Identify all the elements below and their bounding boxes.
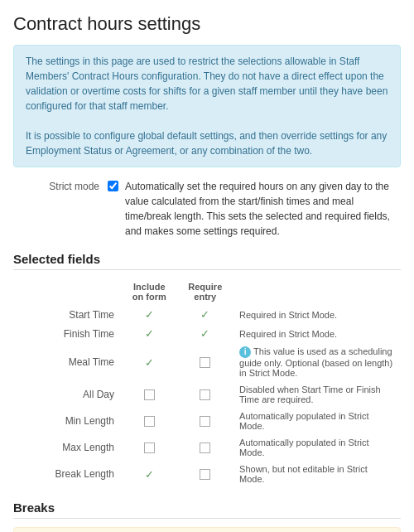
table-row: Max LengthAutomatically populated in Str… (13, 434, 401, 461)
field-require: ✓ (178, 324, 233, 343)
info-icon: i (239, 346, 251, 358)
field-label: Min Length (13, 408, 121, 434)
table-row: Start Time✓✓Required in Strict Mode. (13, 305, 401, 324)
check-include: ✓ (145, 327, 154, 340)
field-include: ✓ (121, 305, 178, 324)
info-text-2: It is possible to configure global defau… (26, 130, 387, 157)
field-include: ✓ (121, 343, 178, 381)
table-row: Finish Time✓✓Required in Strict Mode. (13, 324, 401, 343)
checkbox-include[interactable] (144, 416, 155, 427)
table-row: Min LengthAutomatically populated in Str… (13, 408, 401, 434)
field-note: Automatically populated in Strict Mode. (233, 434, 401, 461)
field-note: Required in Strict Mode. (233, 305, 401, 324)
field-label: Start Time (13, 305, 121, 324)
strict-mode-label: Strict mode (17, 179, 108, 192)
field-include: ✓ (121, 324, 178, 343)
breaks-warning: ▲ These fields are required in Strict Mo… (13, 527, 401, 532)
strict-mode-row: Strict mode Automatically set the requir… (13, 179, 401, 239)
breaks-section: Breaks ▲ These fields are required in St… (13, 501, 401, 532)
info-text-1: The settings in this page are used to re… (26, 56, 388, 112)
field-note: Automatically populated in Strict Mode. (233, 408, 401, 434)
col-label-header (13, 278, 121, 305)
field-label: Finish Time (13, 324, 121, 343)
info-box: The settings in this page are used to re… (13, 45, 401, 167)
field-require (178, 381, 233, 408)
col-require-header: Require entry (178, 278, 233, 305)
table-row: All DayDisabled when Start Time or Finis… (13, 381, 401, 408)
field-label: Break Length (13, 461, 121, 487)
check-require: ✓ (200, 327, 209, 340)
field-include (121, 408, 178, 434)
check-include: ✓ (145, 308, 154, 321)
strict-mode-checkbox[interactable] (108, 181, 118, 191)
field-require (178, 461, 233, 487)
checkbox-include[interactable] (144, 389, 155, 400)
selected-fields-section: Selected fields Include on form Require … (13, 252, 401, 487)
table-row: Meal Time✓iThis value is used as a sched… (13, 343, 401, 381)
field-include (121, 381, 178, 408)
field-note: Shown, but not editable in Strict Mode. (233, 461, 401, 487)
selected-fields-title: Selected fields (13, 252, 401, 270)
field-label: All Day (13, 381, 121, 408)
checkbox-require[interactable] (200, 416, 210, 427)
field-include: ✓ (121, 461, 178, 487)
col-include-header: Include on form (121, 278, 178, 305)
field-require (178, 434, 233, 461)
page-title: Contract hours settings (13, 13, 401, 35)
field-note: Disabled when Start Time or Finish Time … (233, 381, 401, 408)
strict-mode-description: Automatically set the required hours on … (125, 179, 401, 239)
field-note: iThis value is used as a scheduling guid… (233, 343, 401, 381)
field-include (121, 434, 178, 461)
table-row: Break Length✓Shown, but not editable in … (13, 461, 401, 487)
field-label: Max Length (13, 434, 121, 461)
fields-table: Include on form Require entry Start Time… (13, 278, 401, 487)
checkbox-require[interactable] (200, 357, 210, 368)
field-note: Required in Strict Mode. (233, 324, 401, 343)
col-note-header (233, 278, 401, 305)
checkbox-include[interactable] (144, 443, 155, 453)
field-require: ✓ (178, 305, 233, 324)
check-include: ✓ (145, 468, 154, 481)
field-require (178, 343, 233, 381)
checkbox-require[interactable] (200, 443, 210, 453)
checkbox-require[interactable] (200, 469, 210, 480)
check-require: ✓ (200, 308, 209, 321)
field-require (178, 408, 233, 434)
breaks-title: Breaks (13, 501, 401, 519)
field-label: Meal Time (13, 343, 121, 381)
check-include: ✓ (145, 356, 154, 369)
checkbox-require[interactable] (200, 389, 210, 400)
